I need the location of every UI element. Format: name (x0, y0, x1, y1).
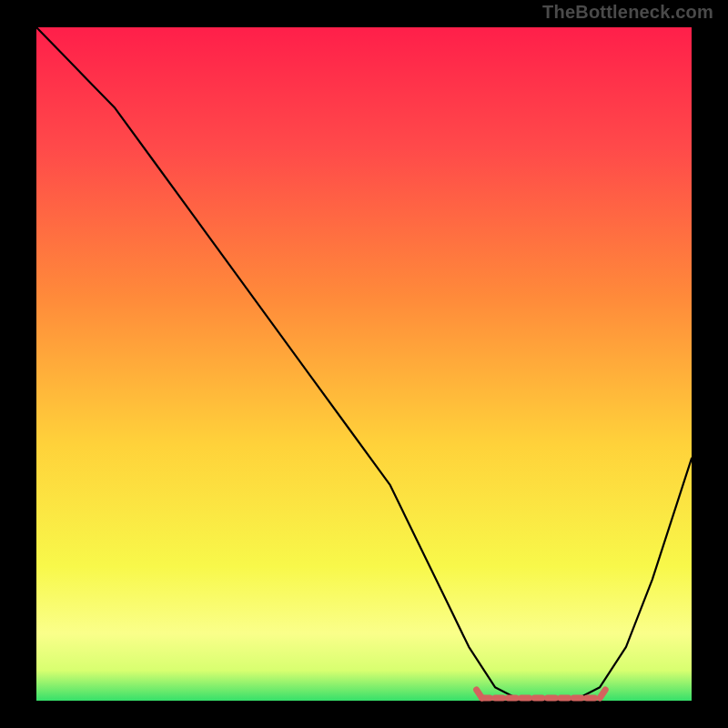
plot-background (36, 27, 692, 701)
bottleneck-plot (0, 0, 728, 728)
svg-line-9 (477, 690, 482, 698)
chart-frame: TheBottleneck.com (0, 0, 728, 728)
svg-line-10 (600, 690, 605, 698)
